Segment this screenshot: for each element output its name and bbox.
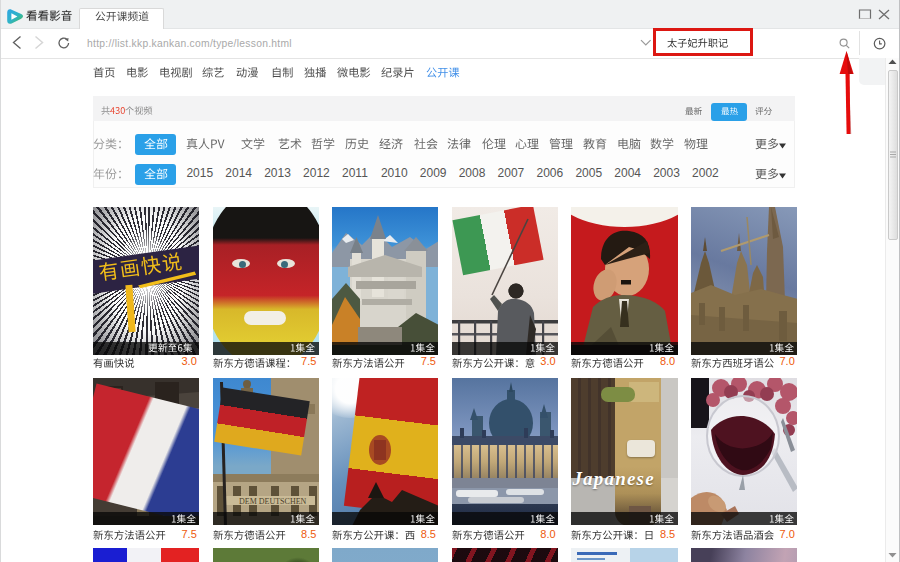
svg-text:DEM DEUTSCHEN: DEM DEUTSCHEN xyxy=(239,497,307,506)
